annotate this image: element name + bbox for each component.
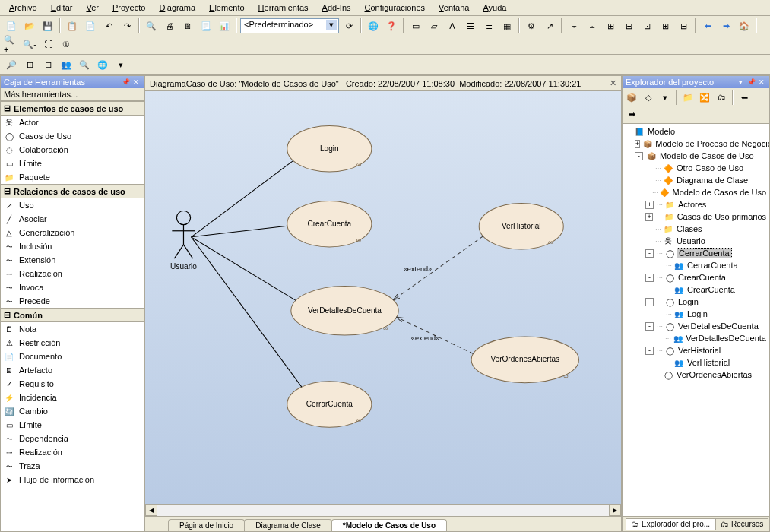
menu-ayuda[interactable]: Ayuda [477,2,512,14]
tb2-3-icon[interactable]: ⊟ [40,56,56,73]
zoom-in-icon[interactable]: 🔍+ [3,36,20,52]
tool-generalización[interactable]: △Generalización [1,226,144,239]
tree-node-modelo-de-casos-de-uso[interactable]: -📦Modelo de Casos de Uso [624,150,768,162]
tree-node-usuario[interactable]: ⋯웃Usuario [624,235,768,247]
new-diag-icon[interactable]: ◇ [641,90,656,105]
menu-proyecto[interactable]: Proyecto [106,2,151,14]
el5-icon[interactable]: ▦ [499,17,515,34]
copy-icon[interactable]: 📋 [64,17,81,34]
tool-requisito[interactable]: ✓Requisito [1,377,144,391]
diagram-tab[interactable]: Diagrama de Clase [244,519,332,531]
nav-back-icon[interactable]: ⬅ [699,17,716,34]
tool-realización[interactable]: ⤍Realización [1,267,144,280]
align3-icon[interactable]: ⊞ [602,17,619,34]
link-icon[interactable]: ↗ [541,17,558,34]
expand-icon[interactable]: + [645,213,653,221]
new-icon[interactable]: 📄 [3,17,20,34]
tb2-1-icon[interactable]: 🔎 [3,56,20,73]
zoom-out-icon[interactable]: 🔍- [21,36,38,52]
bottom-tab[interactable]: 🗂Recursos [715,518,768,530]
save-icon[interactable]: 💾 [40,17,56,34]
tree-sort-icon[interactable]: 🔀 [697,90,712,105]
diagram-tab[interactable]: *Modelo de Casos de Uso [331,519,447,531]
tb2-5-icon[interactable]: 🔍 [76,56,93,73]
print-icon[interactable]: 🖨 [161,17,178,34]
tree-node-verhistorial[interactable]: ⋯👥VerHistorial [624,356,768,369]
tool-restricción[interactable]: ⚠Restricción [1,336,144,350]
tree-node-cerrarcuenta[interactable]: -⋯◯CerrarCuenta [624,247,768,259]
zoom-100-icon[interactable]: ① [58,36,74,52]
tree-node-diagrama-de-clase[interactable]: ⋯🔶Diagrama de Clase [624,174,768,186]
align5-icon[interactable]: ⊡ [638,17,655,34]
tool-dependencia[interactable]: ⤳Dependencia [1,432,144,445]
redo-icon[interactable]: ↷ [119,17,135,34]
toolbox-group-header[interactable]: ⊟ Relaciones de casos de uso [1,184,144,198]
el4-icon[interactable]: ≣ [480,17,497,34]
tree-node-verordenesabiertas[interactable]: ⋯◯VerOrdenesAbiertas [624,369,768,381]
align7-icon[interactable]: ⊟ [675,17,692,34]
align6-icon[interactable]: ⊞ [657,17,673,34]
tree-node-otro-caso-de-uso[interactable]: ⋯🔶Otro Caso de Uso [624,162,768,174]
report-icon[interactable]: 📊 [216,17,233,34]
tree-node-cerrarcuenta[interactable]: ⋯👥CerrarCuenta [624,259,768,271]
help-icon[interactable]: ❓ [383,17,400,34]
menu-elemento[interactable]: Elemento [203,2,250,14]
tree-node-modelo-de-casos-de-uso[interactable]: ⋯🔶Modelo de Casos de Uso [624,186,768,198]
diagram-canvas[interactable]: UsuarioLogin∞CrearCuenta∞VerHistorial∞Ve… [145,91,621,504]
tool-nota[interactable]: 🗒Nota [1,322,144,336]
expand-icon[interactable]: - [645,274,654,282]
tree-node-crearcuenta[interactable]: -⋯◯CrearCuenta [624,271,768,283]
tool-límite[interactable]: ▭Límite [1,418,144,432]
el2-icon[interactable]: ▱ [426,17,442,34]
tool-flujo-de-información[interactable]: ➤Flujo de información [1,473,144,486]
tool-inclusión[interactable]: ⤳Inclusión [1,239,144,253]
expand-icon[interactable]: - [645,298,654,306]
menu-configuraciones[interactable]: Configuraciones [359,2,432,14]
paste-icon[interactable]: 📄 [82,17,99,34]
zoom-fit-icon[interactable]: ⛶ [40,36,56,52]
tool-límite[interactable]: ▭Límite [1,157,144,170]
tool-colaboración[interactable]: ◌Colaboración [1,143,144,157]
explorer-menu-icon[interactable]: ▾ [736,78,745,87]
tree-node-casos-de-uso-primarios[interactable]: +⋯📁Casos de Uso primarios [624,211,768,223]
pin-icon[interactable]: 📌 [121,78,130,87]
tb2-6-icon[interactable]: 🌐 [94,56,111,73]
tool-precede[interactable]: ⤳Precede [1,294,144,308]
more-tools-link[interactable]: Más herramientas... [1,88,144,101]
tb2-2-icon[interactable]: ⊞ [21,56,38,73]
close-icon[interactable]: ✕ [132,78,141,87]
tool-paquete[interactable]: 📁Paquete [1,170,144,184]
tb2-dropdown-icon[interactable]: ▾ [112,56,129,73]
expand-icon[interactable]: - [645,347,654,355]
menu-editar[interactable]: Editar [45,2,79,14]
tree-node-login[interactable]: -⋯◯Login [624,296,768,308]
tool-invoca[interactable]: ⤳Invoca [1,280,144,294]
globe-icon[interactable]: 🌐 [365,17,382,34]
tool-incidencia[interactable]: ⚡Incidencia [1,391,144,404]
tool-uso[interactable]: ↗Uso [1,198,144,212]
h-scrollbar[interactable]: ◀ ▶ [145,504,621,516]
tree-node-verhistorial[interactable]: -⋯◯VerHistorial [624,344,768,356]
toolbox-group-header[interactable]: ⊟ Elementos de casos de uso [1,101,144,116]
tool-traza[interactable]: ⤳Traza [1,459,144,473]
home-icon[interactable]: 🏠 [736,17,753,34]
align4-icon[interactable]: ⊟ [620,17,637,34]
tree-node-modelo-de-proceso-de-negocios[interactable]: +📦Modelo de Proceso de Negocios [624,138,768,150]
scroll-left-icon[interactable]: ◀ [145,505,157,516]
tool-documento[interactable]: 📄Documento [1,350,144,363]
doc-icon[interactable]: 📃 [198,17,214,34]
tree-node-actores[interactable]: +⋯📁Actores [624,198,768,211]
tool-actor[interactable]: 웃Actor [1,116,144,129]
open-icon[interactable]: 📂 [21,17,38,34]
menu-ver[interactable]: Ver [80,2,105,14]
menu-add-ins[interactable]: Add-Ins [316,2,357,14]
el3-icon[interactable]: ☰ [462,17,479,34]
align2-icon[interactable]: ⫠ [584,17,600,34]
tb2-4-icon[interactable]: 👥 [58,56,74,73]
undo-icon[interactable]: ↶ [100,17,117,34]
tool-casos-de-uso[interactable]: ◯Casos de Uso [1,129,144,143]
menu-diagrama[interactable]: Diagrama [153,2,201,14]
tree-node-verdetallesdecuenta[interactable]: -⋯◯VerDetallesDeCuenta [624,320,768,332]
search-icon[interactable]: 🔍 [143,17,160,34]
menu-archivo[interactable]: Archivo [3,2,43,14]
